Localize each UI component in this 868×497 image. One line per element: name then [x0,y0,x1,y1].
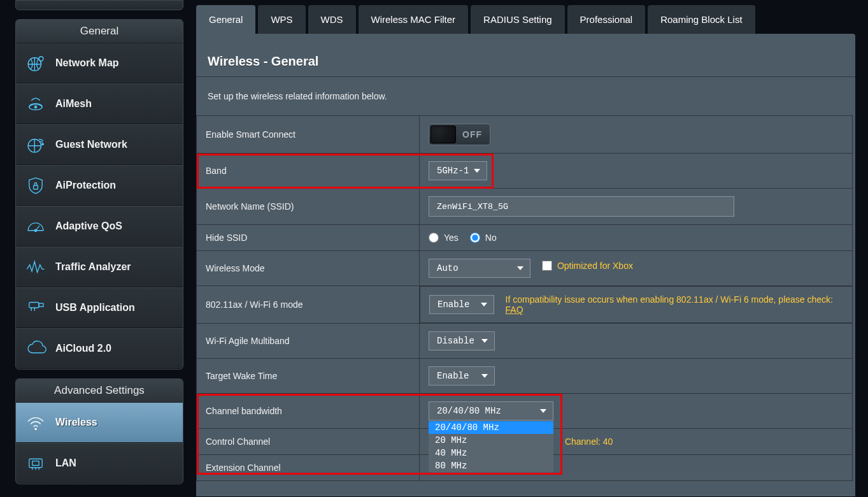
radio-label-no: No [485,233,497,243]
select-agile[interactable]: Disable [429,331,495,350]
chevron-down-icon [481,303,487,306]
label-channel-bandwidth: Channel bandwidth [197,394,420,429]
wifi-icon [25,412,46,433]
chevron-down-icon [540,409,546,413]
svg-rect-6 [34,185,38,189]
input-ssid[interactable] [429,196,734,217]
checkbox-xbox[interactable] [542,261,552,271]
select-band[interactable]: 5GHz-1 [429,161,487,180]
sidebar-item-guest-network[interactable]: Guest Network [16,124,183,165]
option-bw-1[interactable]: 20 MHz [429,434,553,447]
row-channel-bandwidth: Channel bandwidth 20/40/80 MHz 20/40/80 … [197,394,853,429]
label-control-channel: Control Channel [197,429,420,455]
tab-general[interactable]: General [196,5,255,34]
row-smart-connect: Enable Smart Connect OFF [197,116,853,154]
toggle-state: OFF [456,129,488,140]
row-band: Band 5GHz-1 [197,154,853,189]
label-ssid: Network Name (SSID) [197,189,420,225]
ax-note: If compatibility issue occurs when enabl… [506,294,843,315]
gauge-icon [25,215,46,237]
ethernet-icon [25,452,46,474]
sidebar-advanced-title: Advanced Settings [16,379,183,403]
tab-roaming-block[interactable]: Roaming Block List [648,5,755,34]
tab-mac-filter[interactable]: Wireless MAC Filter [359,5,469,34]
option-bw-3[interactable]: 80 MHz [429,459,553,472]
row-agile: Wi-Fi Agile Multiband Disable [197,324,853,359]
sidebar-item-label: Traffic Analyzer [55,261,131,273]
svg-point-3 [34,106,36,108]
row-ssid: Network Name (SSID) [197,189,853,225]
label-twt: Target Wake Time [197,359,420,394]
row-hide-ssid: Hide SSID Yes No [197,225,853,251]
faq-link[interactable]: FAQ [506,305,523,315]
cloud-icon [25,338,46,359]
sidebar-item-usb-application[interactable]: USB Application [16,287,183,328]
sidebar-item-network-map[interactable]: Network Map [16,43,183,83]
sidebar-item-adaptive-qos[interactable]: Adaptive QoS [16,206,183,247]
sidebar-item-lan[interactable]: LAN [16,443,183,484]
svg-rect-9 [39,303,43,306]
tab-radius[interactable]: RADIUS Setting [471,5,565,34]
tab-wds[interactable]: WDS [308,5,356,34]
sidebar-item-wireless[interactable]: Wireless [16,403,183,443]
svg-point-7 [34,229,36,231]
svg-rect-12 [32,461,39,466]
globe-wifi-icon [25,134,46,155]
dropdown-channel-bandwidth[interactable]: 20/40/80 MHz 20 MHz 40 MHz 80 MHz [429,421,553,472]
option-bw-0[interactable]: 20/40/80 MHz [429,421,553,434]
tab-professional[interactable]: Professional [567,5,646,34]
svg-point-5 [42,143,44,145]
select-ax-mode[interactable]: Enable [429,295,494,314]
label-smart-connect: Enable Smart Connect [197,116,420,154]
svg-point-1 [39,57,43,61]
sidebar-item-aimesh[interactable]: AiMesh [16,83,183,124]
globe-pin-icon [25,52,46,74]
sidebar-item-label: Network Map [55,57,119,69]
label-band: Band [197,154,420,189]
row-ax-mode: 802.11ax / Wi-Fi 6 mode Enable If compat… [197,286,853,324]
sidebar-advanced-block: Advanced Settings Wireless LAN [15,378,183,484]
sidebar-item-traffic-analyzer[interactable]: Traffic Analyzer [16,247,183,287]
radio-hide-ssid-yes[interactable] [429,233,439,243]
sidebar-item-label: Guest Network [55,139,127,150]
sidebar-general-block: General Network Map AiMesh Guest Network… [15,19,183,370]
option-bw-2[interactable]: 40 MHz [429,447,553,459]
svg-point-10 [34,428,36,430]
label-agile: Wi-Fi Agile Multiband [197,324,420,359]
sidebar-item-label: LAN [55,457,76,469]
sidebar-item-aicloud[interactable]: AiCloud 2.0 [16,328,183,369]
sidebar-item-aiprotection[interactable]: AiProtection [16,165,183,206]
select-channel-bandwidth[interactable]: 20/40/80 MHz [429,401,553,421]
usb-icon [25,297,46,319]
toggle-smart-connect[interactable]: OFF [429,124,490,145]
label-wireless-mode: Wireless Mode [197,251,420,286]
panel-description: Set up the wireless related information … [196,77,855,115]
radio-label-yes: Yes [444,233,459,243]
mesh-icon [25,93,46,115]
select-ax-mode-value: Enable [438,299,469,310]
select-twt-value: Enable [437,371,469,381]
select-wireless-mode[interactable]: Auto [429,259,530,278]
label-ax-mode: 802.11ax / Wi-Fi 6 mode [197,286,420,324]
panel-title: Wireless - General [196,34,855,77]
chevron-down-icon [481,339,488,343]
sidebar-item-label: USB Application [55,302,135,313]
chevron-down-icon [517,266,523,270]
sidebar-item-label: AiProtection [55,180,116,191]
select-twt[interactable]: Enable [429,366,495,385]
select-channel-bandwidth-value: 20/40/80 MHz [437,406,501,416]
select-agile-value: Disable [437,336,474,346]
radio-hide-ssid-no[interactable] [470,233,480,243]
chevron-down-icon [474,169,480,173]
chevron-down-icon [481,374,488,378]
shield-lock-icon [25,175,46,196]
setup-remnant [15,0,183,10]
sidebar-item-label: Wireless [55,417,97,428]
checkbox-xbox-label: Optimized for Xbox [557,261,633,271]
tab-wps[interactable]: WPS [258,5,305,34]
settings-panel: Wireless - General Set up the wireless r… [196,34,855,496]
select-band-value: 5GHz-1 [437,166,469,176]
sidebar-item-label: Adaptive QoS [55,220,122,232]
waveform-icon [25,256,46,278]
select-wireless-mode-value: Auto [437,263,459,273]
